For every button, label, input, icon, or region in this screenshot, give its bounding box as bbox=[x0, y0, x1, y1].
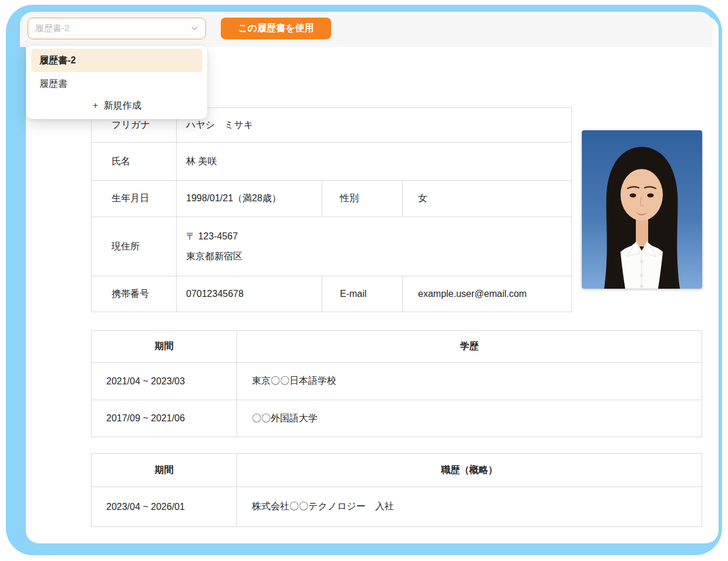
table-row: 携帯番号 07012345678 E-mail example.user@ema… bbox=[92, 276, 572, 312]
create-new-label: 新規作成 bbox=[103, 100, 141, 112]
education-detail: 〇〇外国語大学 bbox=[237, 400, 702, 437]
education-detail-header: 学歴 bbox=[237, 331, 702, 363]
email-label: E-mail bbox=[322, 276, 403, 312]
name-value: 林 美咲 bbox=[177, 143, 572, 181]
table-row: 2021/04 ~ 2023/03 東京〇〇日本語学校 bbox=[92, 363, 702, 400]
menu-item-create-new[interactable]: + 新規作成 bbox=[26, 96, 207, 116]
plus-icon: + bbox=[93, 100, 99, 111]
birthdate-value: 1998/01/21（満28歳） bbox=[177, 181, 322, 217]
postal-code: 〒 123-4567 bbox=[186, 231, 571, 243]
resume-select-value: 履歴書-2 bbox=[35, 23, 69, 34]
use-resume-button[interactable]: この履歴書を使用 bbox=[221, 18, 331, 39]
name-label: 氏名 bbox=[92, 143, 177, 181]
work-detail-header: 職歴（概略） bbox=[237, 454, 702, 487]
personal-info-table: フリガナ ハヤシ ミサキ 氏名 林 美咲 生年月日 1998/01/21（満28… bbox=[91, 107, 572, 312]
address-city: 東京都新宿区 bbox=[186, 251, 571, 263]
resume-select[interactable]: 履歴書-2 bbox=[28, 18, 206, 39]
table-header-row: 期間 学歴 bbox=[92, 331, 702, 363]
address-label: 現住所 bbox=[92, 217, 177, 276]
table-row: 生年月日 1998/01/21（満28歳） 性別 女 bbox=[92, 181, 572, 217]
address-value: 〒 123-4567 東京都新宿区 bbox=[177, 217, 572, 276]
id-photo bbox=[582, 130, 702, 289]
education-period-header: 期間 bbox=[92, 331, 237, 363]
phone-value: 07012345678 bbox=[177, 276, 322, 312]
education-period: 2021/04 ~ 2023/03 bbox=[92, 363, 237, 400]
work-detail: 株式会社〇〇テクノロジー 入社 bbox=[237, 487, 702, 527]
birthdate-label: 生年月日 bbox=[92, 181, 177, 217]
phone-label: 携帯番号 bbox=[92, 276, 177, 312]
table-header-row: 期間 職歴（概略） bbox=[92, 454, 702, 487]
table-row: 2017/09 ~ 2021/06 〇〇外国語大学 bbox=[92, 400, 702, 437]
work-period-header: 期間 bbox=[92, 454, 237, 487]
education-detail: 東京〇〇日本語学校 bbox=[237, 363, 702, 400]
menu-item-resume[interactable]: 履歴書 bbox=[26, 72, 207, 96]
menu-item-resume-2[interactable]: 履歴書-2 bbox=[31, 49, 203, 72]
work-history-table: 期間 職歴（概略） 2023/04 ~ 2026/01 株式会社〇〇テクノロジー… bbox=[91, 453, 702, 527]
furigana-value: ハヤシ ミサキ bbox=[177, 108, 572, 143]
table-row: 2023/04 ~ 2026/01 株式会社〇〇テクノロジー 入社 bbox=[92, 487, 702, 527]
screenshot-stage: 履歴書-2 この履歴書を使用 履歴書-2 履歴書 + 新規作成 フリガナ ハヤシ… bbox=[0, 0, 728, 561]
resume-dropdown-menu: 履歴書-2 履歴書 + 新規作成 bbox=[26, 46, 207, 119]
chevron-down-icon bbox=[191, 25, 198, 32]
id-photo-illustration bbox=[582, 130, 702, 289]
gender-label: 性別 bbox=[322, 181, 403, 217]
table-row: 氏名 林 美咲 bbox=[92, 143, 572, 181]
table-row: 現住所 〒 123-4567 東京都新宿区 bbox=[92, 217, 572, 276]
education-period: 2017/09 ~ 2021/06 bbox=[92, 400, 237, 437]
email-value: example.user@email.com bbox=[403, 276, 572, 312]
education-table: 期間 学歴 2021/04 ~ 2023/03 東京〇〇日本語学校 2017/0… bbox=[91, 330, 702, 437]
work-period: 2023/04 ~ 2026/01 bbox=[92, 487, 237, 527]
gender-value: 女 bbox=[403, 181, 572, 217]
